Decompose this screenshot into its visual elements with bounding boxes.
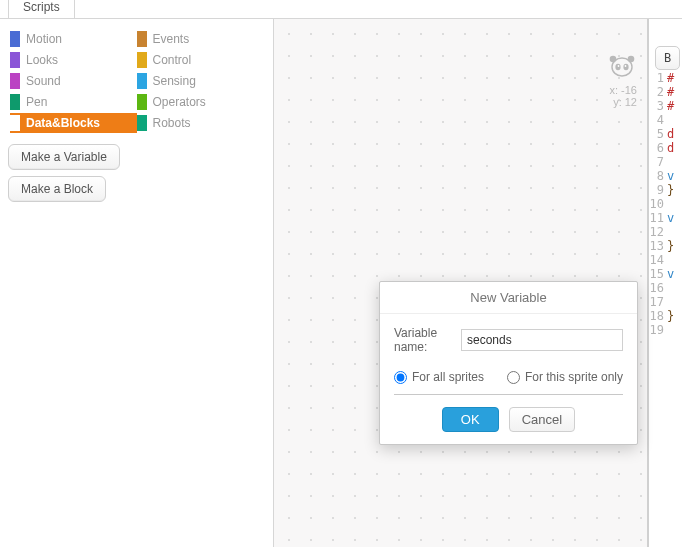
line-number: 8 bbox=[649, 169, 667, 183]
code-line: 3# bbox=[649, 99, 682, 113]
code-line: 17 bbox=[649, 295, 682, 309]
control-label: Control bbox=[153, 53, 192, 67]
looks-label: Looks bbox=[26, 53, 58, 67]
variable-name-input[interactable] bbox=[461, 329, 623, 351]
code-line: 11v bbox=[649, 211, 682, 225]
category-list: MotionLooksSoundPenData&Blocks EventsCon… bbox=[0, 25, 273, 134]
sprite-y-label: y: bbox=[613, 96, 622, 108]
code-line: 7 bbox=[649, 155, 682, 169]
blocks-palette-panel: MotionLooksSoundPenData&Blocks EventsCon… bbox=[0, 19, 274, 547]
code-line: 8v bbox=[649, 169, 682, 183]
scope-all-radio[interactable] bbox=[394, 371, 407, 384]
looks-swatch bbox=[10, 52, 20, 68]
svg-point-2 bbox=[628, 56, 635, 63]
code-snippet: v bbox=[667, 267, 674, 281]
svg-point-1 bbox=[610, 56, 617, 63]
code-line: 6d bbox=[649, 141, 682, 155]
code-snippet: d bbox=[667, 141, 674, 155]
line-number: 4 bbox=[649, 113, 667, 127]
line-number: 17 bbox=[649, 295, 667, 309]
svg-point-4 bbox=[623, 64, 628, 70]
code-snippet: # bbox=[667, 85, 674, 99]
category-motion[interactable]: Motion bbox=[10, 29, 137, 49]
ok-button[interactable]: OK bbox=[442, 407, 499, 432]
category-sound[interactable]: Sound bbox=[10, 71, 137, 91]
code-line: 4 bbox=[649, 113, 682, 127]
sprite-x-label: x: bbox=[609, 84, 618, 96]
new-variable-dialog: New Variable Variable name: For all spri… bbox=[379, 281, 638, 445]
svg-point-3 bbox=[615, 64, 620, 70]
code-snippet: v bbox=[667, 169, 674, 183]
code-line: 16 bbox=[649, 281, 682, 295]
code-snippet: } bbox=[667, 309, 674, 323]
line-number: 19 bbox=[649, 323, 667, 337]
code-line: 14 bbox=[649, 253, 682, 267]
scope-all-sprites-option[interactable]: For all sprites bbox=[394, 370, 484, 384]
category-looks[interactable]: Looks bbox=[10, 50, 137, 70]
make-block-button[interactable]: Make a Block bbox=[8, 176, 106, 202]
svg-point-6 bbox=[625, 65, 627, 67]
line-number: 1 bbox=[649, 71, 667, 85]
code-line: 9} bbox=[649, 183, 682, 197]
dialog-title: New Variable bbox=[380, 282, 637, 314]
code-line: 15v bbox=[649, 267, 682, 281]
data-label: Data&Blocks bbox=[26, 116, 100, 130]
code-snippet: # bbox=[667, 99, 674, 113]
scope-this-sprite-option[interactable]: For this sprite only bbox=[507, 370, 623, 384]
category-operators[interactable]: Operators bbox=[137, 92, 264, 112]
code-line: 5d bbox=[649, 127, 682, 141]
sprite-y-value: 12 bbox=[625, 96, 637, 108]
line-number: 13 bbox=[649, 239, 667, 253]
line-number: 10 bbox=[649, 197, 667, 211]
code-panel-button[interactable]: B bbox=[655, 46, 680, 70]
line-number: 6 bbox=[649, 141, 667, 155]
code-snippet: } bbox=[667, 239, 674, 253]
code-line: 18} bbox=[649, 309, 682, 323]
svg-point-5 bbox=[618, 65, 620, 67]
operators-label: Operators bbox=[153, 95, 206, 109]
category-pen[interactable]: Pen bbox=[10, 92, 137, 112]
pen-label: Pen bbox=[26, 95, 47, 109]
operators-swatch bbox=[137, 94, 147, 110]
category-data[interactable]: Data&Blocks bbox=[10, 113, 137, 133]
sprite-x-value: -16 bbox=[621, 84, 637, 96]
category-control[interactable]: Control bbox=[137, 50, 264, 70]
line-number: 9 bbox=[649, 183, 667, 197]
line-number: 15 bbox=[649, 267, 667, 281]
code-snippet: } bbox=[667, 183, 674, 197]
line-number: 16 bbox=[649, 281, 667, 295]
category-events[interactable]: Events bbox=[137, 29, 264, 49]
panda-icon bbox=[607, 53, 637, 79]
control-swatch bbox=[137, 52, 147, 68]
motion-label: Motion bbox=[26, 32, 62, 46]
data-swatch bbox=[10, 115, 20, 131]
category-sensing[interactable]: Sensing bbox=[137, 71, 264, 91]
events-swatch bbox=[137, 31, 147, 47]
code-snippet: v bbox=[667, 211, 674, 225]
sound-label: Sound bbox=[26, 74, 61, 88]
variable-name-label: Variable name: bbox=[394, 326, 455, 354]
line-number: 18 bbox=[649, 309, 667, 323]
sensing-swatch bbox=[137, 73, 147, 89]
code-line: 2# bbox=[649, 85, 682, 99]
tab-scripts[interactable]: Scripts bbox=[8, 0, 75, 18]
code-snippet: d bbox=[667, 127, 674, 141]
code-line: 19 bbox=[649, 323, 682, 337]
cancel-button[interactable]: Cancel bbox=[509, 407, 575, 432]
make-variable-button[interactable]: Make a Variable bbox=[8, 144, 120, 170]
code-snippet: # bbox=[667, 71, 674, 85]
sensing-label: Sensing bbox=[153, 74, 196, 88]
line-number: 2 bbox=[649, 85, 667, 99]
line-number: 11 bbox=[649, 211, 667, 225]
events-label: Events bbox=[153, 32, 190, 46]
motion-swatch bbox=[10, 31, 20, 47]
line-number: 5 bbox=[649, 127, 667, 141]
sound-swatch bbox=[10, 73, 20, 89]
robots-label: Robots bbox=[153, 116, 191, 130]
code-panel-sliver: B 1#2#3#45d6d78v9}1011v1213}1415v161718}… bbox=[648, 19, 682, 547]
scope-all-label: For all sprites bbox=[412, 370, 484, 384]
code-line: 1# bbox=[649, 71, 682, 85]
robots-swatch bbox=[137, 115, 147, 131]
category-robots[interactable]: Robots bbox=[137, 113, 264, 133]
scope-this-radio[interactable] bbox=[507, 371, 520, 384]
